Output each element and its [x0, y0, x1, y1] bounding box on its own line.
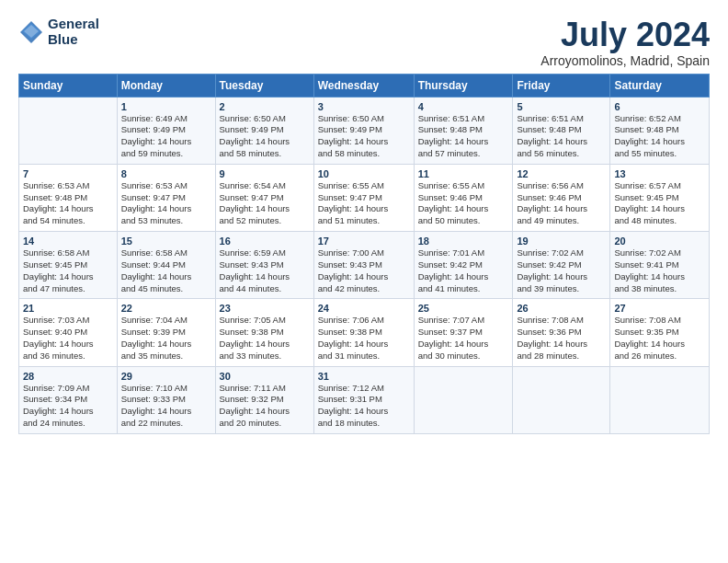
day-cell: 27Sunrise: 7:08 AM Sunset: 9:35 PM Dayli… [610, 299, 710, 366]
day-cell: 11Sunrise: 6:55 AM Sunset: 9:46 PM Dayli… [414, 164, 513, 231]
day-cell: 6Sunrise: 6:52 AM Sunset: 9:48 PM Daylig… [610, 97, 710, 164]
day-number: 24 [318, 303, 410, 314]
day-cell: 3Sunrise: 6:50 AM Sunset: 9:49 PM Daylig… [313, 97, 414, 164]
day-cell: 17Sunrise: 7:00 AM Sunset: 9:43 PM Dayli… [313, 232, 414, 299]
day-info: Sunrise: 6:55 AM Sunset: 9:46 PM Dayligh… [418, 180, 509, 227]
day-info: Sunrise: 6:50 AM Sunset: 9:49 PM Dayligh… [220, 113, 310, 160]
day-info: Sunrise: 7:05 AM Sunset: 9:38 PM Dayligh… [220, 315, 310, 362]
day-cell: 22Sunrise: 7:04 AM Sunset: 9:39 PM Dayli… [117, 299, 215, 366]
page: General Blue July 2024 Arroyomolinos, Ma… [0, 0, 728, 563]
day-number: 28 [23, 371, 113, 382]
day-number: 27 [614, 303, 705, 314]
day-cell: 13Sunrise: 6:57 AM Sunset: 9:45 PM Dayli… [610, 164, 710, 231]
week-row-5: 28Sunrise: 7:09 AM Sunset: 9:34 PM Dayli… [19, 366, 710, 433]
day-number: 7 [23, 168, 113, 179]
column-header-saturday: Saturday [610, 74, 710, 97]
day-cell: 31Sunrise: 7:12 AM Sunset: 9:31 PM Dayli… [313, 366, 414, 433]
calendar-title: July 2024 [540, 17, 710, 53]
day-info: Sunrise: 6:58 AM Sunset: 9:44 PM Dayligh… [121, 247, 211, 294]
day-cell: 1Sunrise: 6:49 AM Sunset: 9:49 PM Daylig… [117, 97, 215, 164]
day-cell: 4Sunrise: 6:51 AM Sunset: 9:48 PM Daylig… [414, 97, 513, 164]
day-info: Sunrise: 6:55 AM Sunset: 9:47 PM Dayligh… [318, 180, 410, 227]
day-cell: 19Sunrise: 7:02 AM Sunset: 9:42 PM Dayli… [513, 232, 610, 299]
week-row-3: 14Sunrise: 6:58 AM Sunset: 9:45 PM Dayli… [19, 232, 710, 299]
day-cell: 10Sunrise: 6:55 AM Sunset: 9:47 PM Dayli… [313, 164, 414, 231]
column-header-monday: Monday [117, 74, 215, 97]
day-cell: 20Sunrise: 7:02 AM Sunset: 9:41 PM Dayli… [610, 232, 710, 299]
day-cell: 12Sunrise: 6:56 AM Sunset: 9:46 PM Dayli… [513, 164, 610, 231]
day-cell: 24Sunrise: 7:06 AM Sunset: 9:38 PM Dayli… [313, 299, 414, 366]
day-number: 20 [614, 236, 705, 247]
day-cell: 23Sunrise: 7:05 AM Sunset: 9:38 PM Dayli… [215, 299, 313, 366]
day-cell: 18Sunrise: 7:01 AM Sunset: 9:42 PM Dayli… [414, 232, 513, 299]
day-number: 9 [220, 168, 310, 179]
day-cell: 30Sunrise: 7:11 AM Sunset: 9:32 PM Dayli… [215, 366, 313, 433]
day-cell: 15Sunrise: 6:58 AM Sunset: 9:44 PM Dayli… [117, 232, 215, 299]
day-number: 3 [318, 101, 410, 112]
day-info: Sunrise: 7:04 AM Sunset: 9:39 PM Dayligh… [121, 315, 211, 362]
day-info: Sunrise: 7:01 AM Sunset: 9:42 PM Dayligh… [418, 247, 509, 294]
day-number: 12 [517, 168, 606, 179]
week-row-4: 21Sunrise: 7:03 AM Sunset: 9:40 PM Dayli… [19, 299, 710, 366]
day-cell: 29Sunrise: 7:10 AM Sunset: 9:33 PM Dayli… [117, 366, 215, 433]
day-number: 4 [418, 101, 509, 112]
day-info: Sunrise: 6:50 AM Sunset: 9:49 PM Dayligh… [318, 113, 410, 160]
day-cell: 7Sunrise: 6:53 AM Sunset: 9:48 PM Daylig… [19, 164, 118, 231]
logo-text: General Blue [48, 17, 99, 47]
logo-icon [18, 19, 44, 45]
day-number: 5 [517, 101, 606, 112]
day-number: 1 [121, 101, 211, 112]
day-number: 22 [121, 303, 211, 314]
logo: General Blue [18, 17, 99, 47]
day-cell: 9Sunrise: 6:54 AM Sunset: 9:47 PM Daylig… [215, 164, 313, 231]
day-cell: 25Sunrise: 7:07 AM Sunset: 9:37 PM Dayli… [414, 299, 513, 366]
week-row-1: 1Sunrise: 6:49 AM Sunset: 9:49 PM Daylig… [19, 97, 710, 164]
day-cell [513, 366, 610, 433]
day-info: Sunrise: 7:11 AM Sunset: 9:32 PM Dayligh… [220, 383, 310, 430]
day-info: Sunrise: 7:08 AM Sunset: 9:36 PM Dayligh… [517, 315, 606, 362]
day-number: 8 [121, 168, 211, 179]
day-info: Sunrise: 6:57 AM Sunset: 9:45 PM Dayligh… [614, 180, 705, 227]
day-cell [19, 97, 118, 164]
day-info: Sunrise: 6:49 AM Sunset: 9:49 PM Dayligh… [121, 113, 211, 160]
calendar-subtitle: Arroyomolinos, Madrid, Spain [540, 53, 710, 68]
day-number: 29 [121, 371, 211, 382]
day-number: 13 [614, 168, 705, 179]
day-cell: 2Sunrise: 6:50 AM Sunset: 9:49 PM Daylig… [215, 97, 313, 164]
day-cell: 21Sunrise: 7:03 AM Sunset: 9:40 PM Dayli… [19, 299, 118, 366]
day-info: Sunrise: 7:09 AM Sunset: 9:34 PM Dayligh… [23, 383, 113, 430]
day-info: Sunrise: 6:51 AM Sunset: 9:48 PM Dayligh… [418, 113, 509, 160]
day-info: Sunrise: 6:53 AM Sunset: 9:48 PM Dayligh… [23, 180, 113, 227]
day-number: 30 [220, 371, 310, 382]
day-info: Sunrise: 7:02 AM Sunset: 9:41 PM Dayligh… [614, 247, 705, 294]
day-info: Sunrise: 7:12 AM Sunset: 9:31 PM Dayligh… [318, 383, 410, 430]
day-info: Sunrise: 7:08 AM Sunset: 9:35 PM Dayligh… [614, 315, 705, 362]
calendar-table: SundayMondayTuesdayWednesdayThursdayFrid… [18, 74, 710, 434]
day-info: Sunrise: 7:03 AM Sunset: 9:40 PM Dayligh… [23, 315, 113, 362]
day-number: 26 [517, 303, 606, 314]
day-number: 17 [318, 236, 410, 247]
day-info: Sunrise: 7:00 AM Sunset: 9:43 PM Dayligh… [318, 247, 410, 294]
day-cell: 16Sunrise: 6:59 AM Sunset: 9:43 PM Dayli… [215, 232, 313, 299]
day-number: 14 [23, 236, 113, 247]
day-number: 21 [23, 303, 113, 314]
day-info: Sunrise: 7:07 AM Sunset: 9:37 PM Dayligh… [418, 315, 509, 362]
week-row-2: 7Sunrise: 6:53 AM Sunset: 9:48 PM Daylig… [19, 164, 710, 231]
day-number: 23 [220, 303, 310, 314]
day-info: Sunrise: 7:02 AM Sunset: 9:42 PM Dayligh… [517, 247, 606, 294]
day-number: 16 [220, 236, 310, 247]
header: General Blue July 2024 Arroyomolinos, Ma… [18, 17, 710, 68]
day-cell: 26Sunrise: 7:08 AM Sunset: 9:36 PM Dayli… [513, 299, 610, 366]
column-header-thursday: Thursday [414, 74, 513, 97]
day-cell: 14Sunrise: 6:58 AM Sunset: 9:45 PM Dayli… [19, 232, 118, 299]
day-info: Sunrise: 6:58 AM Sunset: 9:45 PM Dayligh… [23, 247, 113, 294]
day-number: 2 [220, 101, 310, 112]
day-info: Sunrise: 7:06 AM Sunset: 9:38 PM Dayligh… [318, 315, 410, 362]
day-number: 19 [517, 236, 606, 247]
day-cell: 5Sunrise: 6:51 AM Sunset: 9:48 PM Daylig… [513, 97, 610, 164]
day-info: Sunrise: 6:54 AM Sunset: 9:47 PM Dayligh… [220, 180, 310, 227]
day-info: Sunrise: 6:56 AM Sunset: 9:46 PM Dayligh… [517, 180, 606, 227]
day-number: 18 [418, 236, 509, 247]
day-number: 25 [418, 303, 509, 314]
title-block: July 2024 Arroyomolinos, Madrid, Spain [540, 17, 710, 68]
